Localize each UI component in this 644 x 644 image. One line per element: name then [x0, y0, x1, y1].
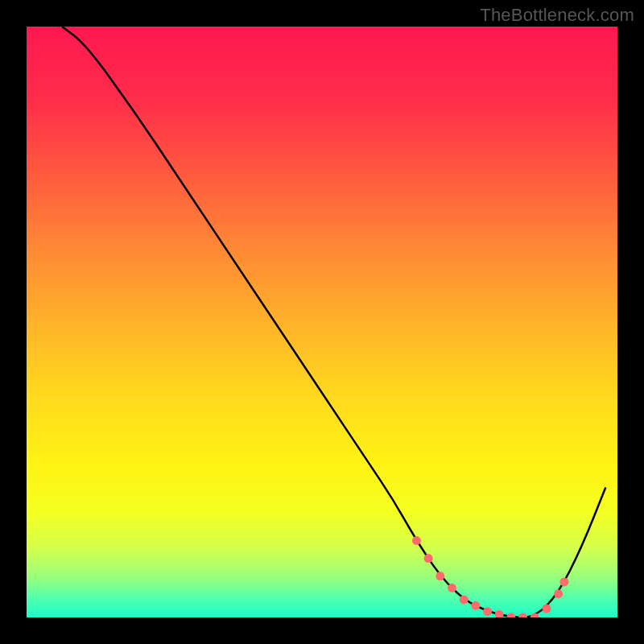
highlight-dot	[518, 613, 527, 622]
highlight-dot	[506, 613, 515, 622]
highlight-dot	[530, 613, 539, 622]
highlight-dot	[554, 589, 563, 598]
highlight-dot	[448, 584, 456, 592]
highlight-dot	[495, 610, 504, 619]
highlight-dot	[424, 554, 433, 563]
highlight-dot	[460, 595, 469, 604]
chart-frame: TheBottleneck.com	[0, 0, 644, 644]
highlight-dot	[471, 601, 480, 610]
highlight-dot	[559, 577, 568, 586]
highlight-dot	[542, 604, 551, 613]
plot-background	[27, 27, 617, 617]
highlight-dot	[412, 536, 421, 545]
highlight-dot	[483, 607, 492, 616]
watermark-text: TheBottleneck.com	[480, 5, 634, 26]
bottleneck-chart	[0, 0, 644, 644]
highlight-dot	[436, 572, 444, 580]
